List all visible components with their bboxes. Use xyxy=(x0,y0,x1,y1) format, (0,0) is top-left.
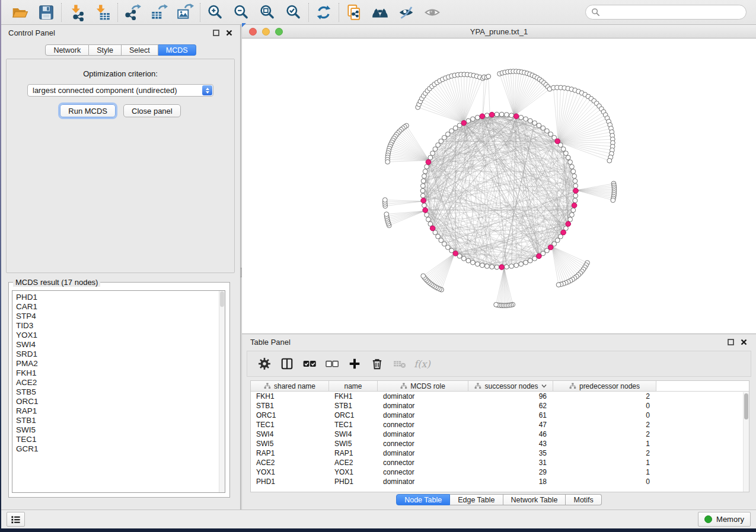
table-row[interactable]: ACE2ACE2connector311 xyxy=(251,458,749,467)
optimization-criterion-select[interactable]: largest connected component (undirected) xyxy=(27,84,213,97)
eye-slash-button[interactable] xyxy=(393,2,419,23)
mcds-result-node[interactable]: STB5 xyxy=(16,387,216,397)
mcds-result-list: PHD1CAR1STP4TID3YOX1SWI4SRD1PMA2FKH1ACE2… xyxy=(12,290,225,493)
network-view-canvas[interactable] xyxy=(242,39,756,334)
deselect-all-rows-button[interactable] xyxy=(321,352,343,375)
table-cell: SWI4 xyxy=(251,430,329,438)
add-column-button[interactable] xyxy=(343,352,366,375)
save-button[interactable] xyxy=(33,2,59,23)
share-network-document-button[interactable] xyxy=(341,2,367,23)
mcds-result-node[interactable]: CAR1 xyxy=(16,302,216,312)
table-cell: FKH1 xyxy=(251,392,329,400)
table-row[interactable]: RAP1RAP1dominator352 xyxy=(251,448,749,458)
import-table-button[interactable] xyxy=(90,2,116,23)
mcds-result-node[interactable]: SWI4 xyxy=(16,340,216,350)
tab-network[interactable]: Network xyxy=(45,44,89,56)
mcds-result-node[interactable]: FKH1 xyxy=(16,368,216,378)
refresh-button[interactable] xyxy=(311,2,337,23)
float-panel-icon[interactable] xyxy=(727,338,735,346)
task-history-button[interactable] xyxy=(7,512,25,527)
tab-edge-table[interactable]: Edge Table xyxy=(450,494,503,505)
mcds-result-node[interactable]: ORC1 xyxy=(16,397,216,406)
mcds-result-node[interactable]: RAP1 xyxy=(16,406,216,416)
mcds-result-node[interactable]: PMA2 xyxy=(16,359,216,368)
zoom-out-button[interactable] xyxy=(228,2,254,23)
zoom-selected-icon xyxy=(285,4,302,21)
tab-network-table[interactable]: Network Table xyxy=(503,494,566,505)
table-header-row: shared namenameMCDS rolesuccessor nodesp… xyxy=(251,381,749,392)
binoculars-search-button[interactable] xyxy=(367,2,393,23)
control-panel: Control Panel NetworkStyleSelectMCDS Opt… xyxy=(1,25,240,509)
mcds-result-node[interactable]: SRD1 xyxy=(16,350,216,359)
tab-select[interactable]: Select xyxy=(122,44,158,56)
table-row[interactable]: ORC1ORC1dominator610 xyxy=(251,411,749,420)
export-image-button[interactable] xyxy=(172,2,198,23)
mcds-result-node[interactable]: SWI5 xyxy=(16,425,216,435)
zoom-fit-button[interactable] xyxy=(254,2,280,23)
column-header-shared-name[interactable]: shared name xyxy=(251,381,329,391)
close-panel-button[interactable]: Close panel xyxy=(123,104,181,117)
table-row[interactable]: SWI5SWI5connector431 xyxy=(251,439,749,448)
close-panel-icon[interactable] xyxy=(740,338,748,346)
table-row[interactable]: PHD1PHD1dominator180 xyxy=(251,477,749,486)
run-mcds-button[interactable]: Run MCDS xyxy=(60,104,116,117)
table-row[interactable]: STB1STB1dominator620 xyxy=(251,401,749,411)
column-header-name[interactable]: name xyxy=(329,381,378,391)
mcds-result-node[interactable]: GCR1 xyxy=(16,444,216,454)
mcds-result-node[interactable]: PHD1 xyxy=(16,293,216,302)
table-scrollbar-thumb[interactable] xyxy=(744,393,748,419)
table-cell: SWI5 xyxy=(251,440,329,448)
mcds-result-node[interactable]: YOX1 xyxy=(16,331,216,340)
import-network-icon xyxy=(68,4,85,21)
table-cell: connector xyxy=(378,468,468,476)
table-row[interactable]: SWI4SWI4dominator462 xyxy=(251,430,749,439)
tab-mcds[interactable]: MCDS xyxy=(158,44,196,56)
window-minimize-icon[interactable] xyxy=(262,28,270,36)
window-close-icon[interactable] xyxy=(249,28,257,36)
export-network-icon xyxy=(124,4,142,21)
eye-button[interactable] xyxy=(419,2,445,23)
table-settings-button[interactable] xyxy=(253,352,276,375)
export-table-button[interactable] xyxy=(146,2,172,23)
zoom-selected-button[interactable] xyxy=(280,2,307,23)
close-panel-icon[interactable] xyxy=(225,29,233,37)
tab-motifs[interactable]: Motifs xyxy=(566,494,601,505)
mcds-result-node[interactable]: TEC1 xyxy=(16,435,216,444)
table-row[interactable]: YOX1YOX1connector291 xyxy=(251,467,749,477)
table-cell: ACE2 xyxy=(251,459,329,467)
table-cell: 62 xyxy=(468,402,553,410)
status-bar: Memory xyxy=(1,509,756,528)
mcds-result-node[interactable]: TID3 xyxy=(16,321,216,331)
table-cell: 2 xyxy=(553,392,656,400)
tab-style[interactable]: Style xyxy=(89,44,122,56)
mcds-result-node[interactable]: STB1 xyxy=(16,416,216,425)
column-header-successor-nodes[interactable]: successor nodes xyxy=(468,381,553,391)
zoom-in-button[interactable] xyxy=(202,2,228,23)
import-network-button[interactable] xyxy=(63,2,90,23)
table-delete-icon xyxy=(393,357,407,370)
table-cell: connector xyxy=(378,421,468,429)
table-mode-button[interactable] xyxy=(276,352,298,375)
mcds-result-node[interactable]: STP4 xyxy=(16,312,216,321)
column-header-mcds-role[interactable]: MCDS role xyxy=(378,381,468,391)
table-row[interactable]: TEC1TEC1connector472 xyxy=(251,420,749,430)
table-scrollbar[interactable] xyxy=(743,392,749,492)
delete-columns-button[interactable] xyxy=(366,352,388,375)
open-folder-button[interactable] xyxy=(7,2,33,23)
table-row[interactable]: FKH1FKH1dominator962 xyxy=(251,392,749,401)
float-panel-icon[interactable] xyxy=(212,29,220,37)
select-all-rows-button[interactable] xyxy=(298,352,321,375)
memory-button[interactable]: Memory xyxy=(698,512,751,527)
mcds-result-node[interactable]: ACE2 xyxy=(16,378,216,387)
table-cell: 2 xyxy=(553,421,656,429)
mcds-list-scrollbar[interactable] xyxy=(219,291,225,492)
network-window-titlebar[interactable]: YPA_prune.txt_1 xyxy=(242,25,756,39)
table-cell: SWI5 xyxy=(329,440,378,448)
window-maximize-icon[interactable] xyxy=(275,28,283,36)
network-graph[interactable] xyxy=(242,39,756,334)
search-input[interactable] xyxy=(585,5,747,20)
tab-node-table[interactable]: Node Table xyxy=(396,494,450,505)
column-header-predecessor-nodes[interactable]: predecessor nodes xyxy=(553,381,656,391)
control-panel-tabs: NetworkStyleSelectMCDS xyxy=(1,44,240,56)
export-network-button[interactable] xyxy=(120,2,146,23)
